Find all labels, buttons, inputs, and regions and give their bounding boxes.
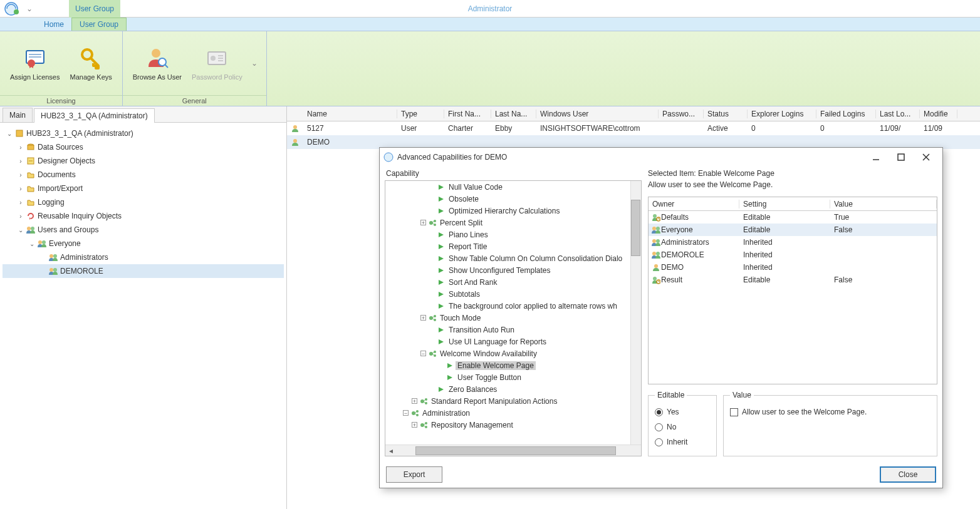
collapse-icon[interactable]: − — [403, 410, 409, 416]
collapse-icon[interactable]: ⌄ — [28, 240, 36, 247]
capability-item[interactable]: Piano Lines — [385, 229, 641, 240]
play-icon — [437, 208, 447, 214]
capability-item[interactable]: −Welcome Window Availability — [385, 347, 641, 359]
scrollbar-horizontal[interactable]: ◂ — [385, 445, 641, 456]
capability-item[interactable]: −Administration — [385, 407, 641, 419]
collapse-icon[interactable]: ⌄ — [16, 227, 25, 234]
tree-item[interactable]: ›Import/Export — [3, 182, 284, 195]
capability-item[interactable]: Report Title — [385, 240, 641, 252]
grid-row[interactable]: 5127UserCharterEbbyINSIGHTSOFTWARE\cottr… — [287, 121, 980, 135]
play-icon — [437, 339, 447, 345]
ribbon-launcher-icon[interactable]: ⌄ — [248, 59, 261, 68]
svg-point-29 — [293, 139, 297, 143]
capability-item[interactable]: Show Table Column On Column Consolidatio… — [385, 252, 641, 264]
svg-point-73 — [652, 252, 656, 255]
capability-item[interactable]: +Percent Split — [385, 217, 641, 229]
expand-icon[interactable]: + — [412, 398, 417, 404]
capability-item[interactable]: Use UI Language for Reports — [385, 336, 641, 347]
col-modified[interactable]: Modifie — [920, 110, 957, 118]
manage-keys-button[interactable]: Manage Keys — [65, 43, 117, 83]
svg-point-22 — [38, 240, 42, 244]
capability-item[interactable]: Zero Balances — [385, 383, 641, 395]
expand-icon[interactable]: › — [16, 199, 25, 206]
capability-item[interactable]: Null Value Code — [385, 181, 641, 193]
col-firstname[interactable]: First Na... — [444, 110, 491, 118]
col-status[interactable]: Status — [704, 110, 748, 118]
play-icon — [437, 196, 447, 202]
radio-yes[interactable]: Yes — [655, 404, 710, 419]
col-type[interactable]: Type — [397, 110, 444, 118]
panel-tab-hub[interactable]: HUB23_3_1_QA (Administrator) — [34, 108, 155, 123]
owner-row[interactable]: AdministratorsInherited — [649, 236, 937, 249]
tree-item[interactable]: ›Data Sources — [3, 140, 284, 154]
owner-row[interactable]: DEMOROLEInherited — [649, 249, 937, 261]
owner-col-owner[interactable]: Owner — [649, 200, 739, 208]
expand-icon[interactable]: + — [420, 315, 426, 321]
tree-item[interactable]: DEMOROLE — [3, 264, 284, 278]
tree-root[interactable]: ⌄ HUB23_3_1_QA (Administrator) — [3, 126, 284, 140]
assign-licenses-button[interactable]: Assign Licenses — [5, 43, 65, 83]
close-button[interactable] — [914, 148, 939, 166]
collapse-icon[interactable]: ⌄ — [5, 130, 14, 137]
capability-item[interactable]: Show Unconfigured Templates — [385, 264, 641, 276]
tree-item[interactable]: ⌄Everyone — [3, 237, 284, 250]
owner-row[interactable]: DEMOInherited — [649, 261, 937, 274]
col-windowsuser[interactable]: Windows User — [536, 110, 659, 118]
scrollbar-vertical[interactable] — [630, 181, 641, 445]
expand-icon[interactable]: + — [412, 422, 417, 428]
expand-icon[interactable]: › — [16, 172, 25, 178]
context-tab-usergroup[interactable]: User Group — [69, 0, 120, 18]
capability-item[interactable]: +Touch Mode — [385, 312, 641, 324]
capability-tree[interactable]: Null Value CodeObsoleteOptimized Hierarc… — [385, 181, 641, 445]
tab-home[interactable]: Home — [36, 18, 71, 31]
minimize-button[interactable] — [863, 148, 889, 166]
browse-as-user-button[interactable]: Browse As User — [128, 43, 187, 83]
capability-item[interactable]: The background color applied to alternat… — [385, 300, 641, 312]
owner-row[interactable]: DefaultsEditableTrue — [649, 211, 937, 224]
tree-item[interactable]: ›Documents — [3, 168, 284, 182]
capability-item[interactable]: Subtotals — [385, 288, 641, 300]
expand-icon[interactable]: › — [16, 158, 25, 165]
collapse-icon[interactable]: − — [420, 351, 426, 356]
col-lastname[interactable]: Last Na... — [491, 110, 536, 118]
col-password[interactable]: Passwo... — [659, 110, 704, 118]
export-button[interactable]: Export — [386, 466, 442, 483]
col-failedlogins[interactable]: Failed Logins — [816, 110, 876, 118]
col-explorerlogins[interactable]: Explorer Logins — [748, 110, 816, 118]
capability-item[interactable]: Sort And Rank — [385, 276, 641, 288]
capability-item[interactable]: Obsolete — [385, 193, 641, 205]
qat-customize-icon[interactable]: ⌄ — [26, 4, 33, 13]
password-policy-button[interactable]: Password Policy — [187, 43, 248, 83]
expand-icon[interactable]: › — [16, 144, 25, 151]
tree-item[interactable]: ›Designer Objects — [3, 154, 284, 168]
checkbox-icon[interactable] — [730, 408, 738, 416]
col-lastlogin[interactable]: Last Lo... — [876, 110, 920, 118]
capability-item[interactable]: Optimized Hierarchy Calculations — [385, 205, 641, 217]
result-icon — [649, 275, 661, 284]
close-dialog-button[interactable]: Close — [880, 466, 936, 483]
col-name[interactable]: Name — [303, 110, 397, 118]
owner-row[interactable]: ResultEditableFalse — [649, 274, 937, 286]
tree-item[interactable]: ›Logging — [3, 195, 284, 209]
capability-item[interactable]: Enable Welcome Page — [385, 359, 641, 371]
owner-col-setting[interactable]: Setting — [739, 200, 830, 208]
tab-usergroup[interactable]: User Group — [71, 18, 127, 31]
capability-item[interactable]: User Toggle Button — [385, 371, 641, 383]
tree-item[interactable]: Administrators — [3, 250, 284, 264]
capability-item[interactable]: +Standard Report Manipulation Actions — [385, 395, 641, 407]
tree-item[interactable]: ›Reusable Inquiry Objects — [3, 209, 284, 223]
expand-icon[interactable]: + — [420, 220, 426, 225]
maximize-button[interactable] — [889, 148, 914, 166]
dialog-titlebar[interactable]: Advanced Capabilities for DEMO — [380, 148, 942, 167]
radio-inherit[interactable]: Inherit — [655, 434, 710, 450]
capability-item[interactable]: +Repository Management — [385, 419, 641, 431]
expand-icon[interactable]: › — [16, 213, 25, 220]
capability-item[interactable]: Transition Auto Run — [385, 324, 641, 336]
owner-row[interactable]: EveryoneEditableFalse — [649, 224, 937, 236]
owner-col-value[interactable]: Value — [830, 200, 937, 208]
value-checkbox[interactable]: Allow user to see the Welcome Page. — [730, 404, 930, 419]
panel-tab-main[interactable]: Main — [3, 108, 33, 122]
radio-no[interactable]: No — [655, 419, 710, 434]
expand-icon[interactable]: › — [16, 185, 25, 192]
tree-item[interactable]: ⌄Users and Groups — [3, 223, 284, 237]
